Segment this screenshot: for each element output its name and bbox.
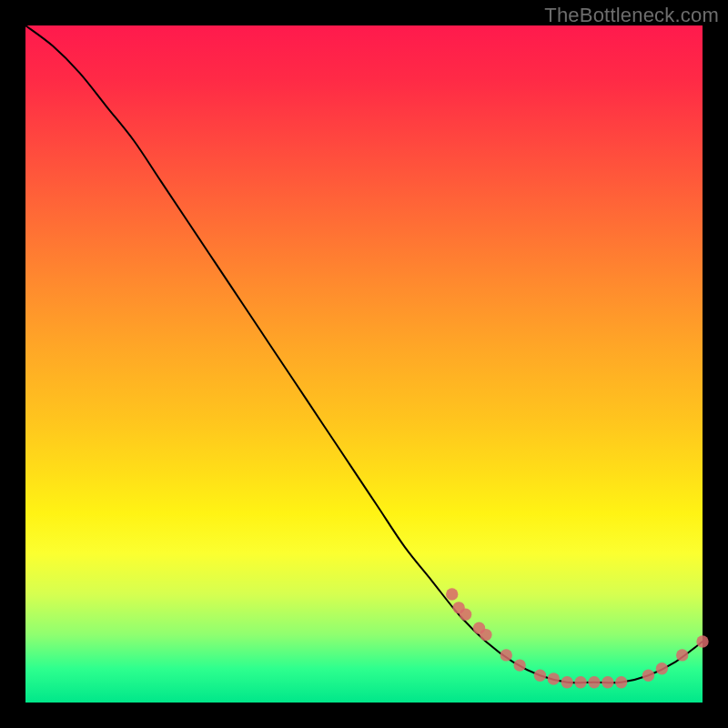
plot-area (25, 25, 703, 703)
data-marker (480, 629, 491, 641)
marker-group (446, 588, 709, 688)
data-marker (561, 676, 573, 688)
curve-layer (25, 25, 703, 703)
data-marker (534, 670, 546, 682)
data-marker (446, 588, 458, 600)
data-marker (615, 676, 627, 688)
data-marker (696, 635, 708, 647)
data-marker (513, 659, 525, 671)
bottleneck-curve-line (25, 25, 703, 682)
data-marker (588, 676, 600, 688)
data-marker (500, 649, 512, 661)
data-marker (676, 649, 688, 661)
watermark-text: TheBottleneck.com (544, 4, 719, 27)
data-marker (642, 670, 654, 682)
data-marker (548, 672, 560, 684)
chart-frame: TheBottleneck.com (0, 0, 728, 728)
data-marker (602, 676, 613, 688)
data-marker (656, 662, 668, 674)
data-marker (574, 676, 586, 688)
data-marker (460, 609, 471, 621)
